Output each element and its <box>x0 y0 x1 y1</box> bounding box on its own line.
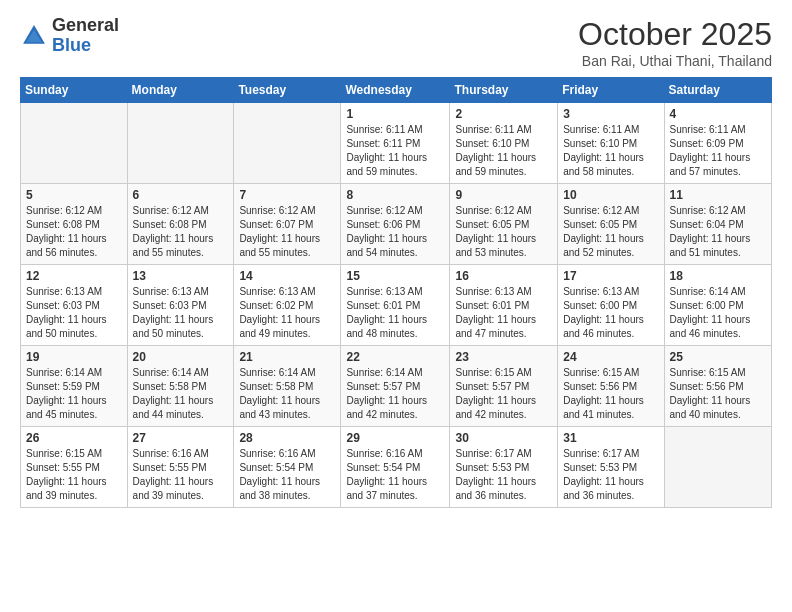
calendar-cell: 29Sunrise: 6:16 AM Sunset: 5:54 PM Dayli… <box>341 427 450 508</box>
calendar-cell: 11Sunrise: 6:12 AM Sunset: 6:04 PM Dayli… <box>664 184 771 265</box>
calendar-cell: 10Sunrise: 6:12 AM Sunset: 6:05 PM Dayli… <box>558 184 664 265</box>
header: General Blue October 2025 Ban Rai, Uthai… <box>20 16 772 69</box>
day-info: Sunrise: 6:13 AM Sunset: 6:00 PM Dayligh… <box>563 285 658 341</box>
day-info: Sunrise: 6:16 AM Sunset: 5:54 PM Dayligh… <box>239 447 335 503</box>
calendar-cell: 18Sunrise: 6:14 AM Sunset: 6:00 PM Dayli… <box>664 265 771 346</box>
day-number: 22 <box>346 350 444 364</box>
day-number: 23 <box>455 350 552 364</box>
day-info: Sunrise: 6:14 AM Sunset: 5:59 PM Dayligh… <box>26 366 122 422</box>
day-info: Sunrise: 6:12 AM Sunset: 6:07 PM Dayligh… <box>239 204 335 260</box>
calendar-cell: 13Sunrise: 6:13 AM Sunset: 6:03 PM Dayli… <box>127 265 234 346</box>
day-number: 31 <box>563 431 658 445</box>
day-info: Sunrise: 6:15 AM Sunset: 5:56 PM Dayligh… <box>670 366 766 422</box>
calendar-cell <box>127 103 234 184</box>
day-info: Sunrise: 6:13 AM Sunset: 6:01 PM Dayligh… <box>346 285 444 341</box>
day-number: 17 <box>563 269 658 283</box>
weekday-header-row: Sunday Monday Tuesday Wednesday Thursday… <box>21 78 772 103</box>
day-number: 15 <box>346 269 444 283</box>
day-number: 7 <box>239 188 335 202</box>
calendar-cell: 8Sunrise: 6:12 AM Sunset: 6:06 PM Daylig… <box>341 184 450 265</box>
day-number: 30 <box>455 431 552 445</box>
day-info: Sunrise: 6:12 AM Sunset: 6:08 PM Dayligh… <box>26 204 122 260</box>
calendar-table: Sunday Monday Tuesday Wednesday Thursday… <box>20 77 772 508</box>
day-number: 27 <box>133 431 229 445</box>
calendar-cell: 20Sunrise: 6:14 AM Sunset: 5:58 PM Dayli… <box>127 346 234 427</box>
calendar-cell: 6Sunrise: 6:12 AM Sunset: 6:08 PM Daylig… <box>127 184 234 265</box>
logo-icon <box>20 22 48 50</box>
calendar-cell: 25Sunrise: 6:15 AM Sunset: 5:56 PM Dayli… <box>664 346 771 427</box>
calendar-cell <box>664 427 771 508</box>
calendar-cell: 19Sunrise: 6:14 AM Sunset: 5:59 PM Dayli… <box>21 346 128 427</box>
logo-general: General <box>52 15 119 35</box>
calendar-cell: 22Sunrise: 6:14 AM Sunset: 5:57 PM Dayli… <box>341 346 450 427</box>
day-number: 12 <box>26 269 122 283</box>
calendar-cell: 5Sunrise: 6:12 AM Sunset: 6:08 PM Daylig… <box>21 184 128 265</box>
day-info: Sunrise: 6:13 AM Sunset: 6:01 PM Dayligh… <box>455 285 552 341</box>
calendar-week-2: 5Sunrise: 6:12 AM Sunset: 6:08 PM Daylig… <box>21 184 772 265</box>
calendar-cell: 28Sunrise: 6:16 AM Sunset: 5:54 PM Dayli… <box>234 427 341 508</box>
day-number: 18 <box>670 269 766 283</box>
logo: General Blue <box>20 16 119 56</box>
day-number: 10 <box>563 188 658 202</box>
calendar-cell: 14Sunrise: 6:13 AM Sunset: 6:02 PM Dayli… <box>234 265 341 346</box>
day-info: Sunrise: 6:17 AM Sunset: 5:53 PM Dayligh… <box>455 447 552 503</box>
day-number: 5 <box>26 188 122 202</box>
day-number: 16 <box>455 269 552 283</box>
day-number: 1 <box>346 107 444 121</box>
day-number: 8 <box>346 188 444 202</box>
day-info: Sunrise: 6:13 AM Sunset: 6:03 PM Dayligh… <box>26 285 122 341</box>
header-thursday: Thursday <box>450 78 558 103</box>
day-info: Sunrise: 6:12 AM Sunset: 6:05 PM Dayligh… <box>455 204 552 260</box>
day-info: Sunrise: 6:14 AM Sunset: 5:57 PM Dayligh… <box>346 366 444 422</box>
day-info: Sunrise: 6:16 AM Sunset: 5:54 PM Dayligh… <box>346 447 444 503</box>
day-info: Sunrise: 6:14 AM Sunset: 5:58 PM Dayligh… <box>133 366 229 422</box>
month-title: October 2025 <box>578 16 772 53</box>
calendar-cell: 26Sunrise: 6:15 AM Sunset: 5:55 PM Dayli… <box>21 427 128 508</box>
calendar-week-4: 19Sunrise: 6:14 AM Sunset: 5:59 PM Dayli… <box>21 346 772 427</box>
day-number: 26 <box>26 431 122 445</box>
header-monday: Monday <box>127 78 234 103</box>
calendar-week-1: 1Sunrise: 6:11 AM Sunset: 6:11 PM Daylig… <box>21 103 772 184</box>
calendar-cell: 16Sunrise: 6:13 AM Sunset: 6:01 PM Dayli… <box>450 265 558 346</box>
location-subtitle: Ban Rai, Uthai Thani, Thailand <box>578 53 772 69</box>
page-container: General Blue October 2025 Ban Rai, Uthai… <box>0 0 792 518</box>
day-info: Sunrise: 6:12 AM Sunset: 6:04 PM Dayligh… <box>670 204 766 260</box>
day-info: Sunrise: 6:11 AM Sunset: 6:10 PM Dayligh… <box>455 123 552 179</box>
calendar-cell: 30Sunrise: 6:17 AM Sunset: 5:53 PM Dayli… <box>450 427 558 508</box>
calendar-cell: 23Sunrise: 6:15 AM Sunset: 5:57 PM Dayli… <box>450 346 558 427</box>
header-wednesday: Wednesday <box>341 78 450 103</box>
day-number: 29 <box>346 431 444 445</box>
calendar-cell: 24Sunrise: 6:15 AM Sunset: 5:56 PM Dayli… <box>558 346 664 427</box>
day-number: 9 <box>455 188 552 202</box>
calendar-cell: 7Sunrise: 6:12 AM Sunset: 6:07 PM Daylig… <box>234 184 341 265</box>
calendar-cell: 4Sunrise: 6:11 AM Sunset: 6:09 PM Daylig… <box>664 103 771 184</box>
day-number: 19 <box>26 350 122 364</box>
day-number: 3 <box>563 107 658 121</box>
day-info: Sunrise: 6:11 AM Sunset: 6:10 PM Dayligh… <box>563 123 658 179</box>
day-info: Sunrise: 6:12 AM Sunset: 6:06 PM Dayligh… <box>346 204 444 260</box>
logo-text: General Blue <box>52 16 119 56</box>
day-info: Sunrise: 6:11 AM Sunset: 6:11 PM Dayligh… <box>346 123 444 179</box>
day-number: 25 <box>670 350 766 364</box>
calendar-week-3: 12Sunrise: 6:13 AM Sunset: 6:03 PM Dayli… <box>21 265 772 346</box>
calendar-cell: 31Sunrise: 6:17 AM Sunset: 5:53 PM Dayli… <box>558 427 664 508</box>
day-info: Sunrise: 6:12 AM Sunset: 6:08 PM Dayligh… <box>133 204 229 260</box>
day-number: 11 <box>670 188 766 202</box>
day-info: Sunrise: 6:14 AM Sunset: 6:00 PM Dayligh… <box>670 285 766 341</box>
day-info: Sunrise: 6:13 AM Sunset: 6:03 PM Dayligh… <box>133 285 229 341</box>
day-info: Sunrise: 6:17 AM Sunset: 5:53 PM Dayligh… <box>563 447 658 503</box>
day-number: 2 <box>455 107 552 121</box>
calendar-cell: 27Sunrise: 6:16 AM Sunset: 5:55 PM Dayli… <box>127 427 234 508</box>
day-number: 24 <box>563 350 658 364</box>
day-number: 28 <box>239 431 335 445</box>
day-info: Sunrise: 6:13 AM Sunset: 6:02 PM Dayligh… <box>239 285 335 341</box>
logo-blue: Blue <box>52 35 91 55</box>
calendar-cell <box>234 103 341 184</box>
day-info: Sunrise: 6:14 AM Sunset: 5:58 PM Dayligh… <box>239 366 335 422</box>
day-info: Sunrise: 6:15 AM Sunset: 5:55 PM Dayligh… <box>26 447 122 503</box>
day-number: 14 <box>239 269 335 283</box>
calendar-cell <box>21 103 128 184</box>
header-friday: Friday <box>558 78 664 103</box>
title-section: October 2025 Ban Rai, Uthai Thani, Thail… <box>578 16 772 69</box>
day-info: Sunrise: 6:11 AM Sunset: 6:09 PM Dayligh… <box>670 123 766 179</box>
